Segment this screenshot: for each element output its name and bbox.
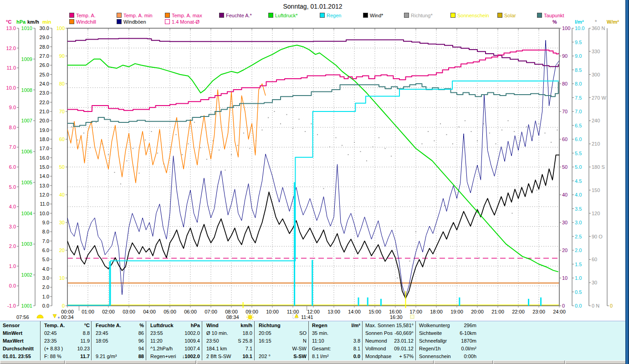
svg-text:1010: 1010 [21, 25, 32, 31]
svg-text:3.0: 3.0 [42, 275, 49, 281]
sunset-marker: 16:30 [390, 314, 414, 320]
svg-text:21:00: 21:00 [491, 309, 504, 314]
svg-text:9.0: 9.0 [42, 220, 49, 225]
svg-text:1.0: 1.0 [9, 263, 16, 269]
svg-text:11.0: 11.0 [40, 201, 49, 207]
svg-text:22.0: 22.0 [40, 100, 49, 105]
svg-text:20: 20 [59, 248, 65, 253]
svg-text:40: 40 [562, 192, 568, 197]
svg-text:12.0: 12.0 [6, 46, 16, 51]
moon-icon [58, 317, 60, 318]
svg-text:4.0: 4.0 [9, 204, 16, 209]
svg-text:0 N: 0 N [592, 303, 599, 308]
svg-text:-1.0: -1.0 [7, 303, 16, 308]
table-cell: 09.01.12 [370, 346, 414, 353]
desktop-background-strip [625, 0, 629, 364]
axis-lm2: 10.09.59.08.58.07.57.06.56.05.55.04.54.0… [572, 25, 584, 308]
svg-text:11:00: 11:00 [287, 309, 299, 314]
marker-time: 08:34 [226, 314, 239, 320]
svg-text:23:00: 23:00 [532, 309, 545, 314]
svg-text:23.0: 23.0 [40, 90, 49, 96]
table-cell: 7.1 [209, 346, 252, 353]
svg-text:11.0: 11.0 [6, 65, 16, 71]
dawn-marker: 07:56 [16, 314, 43, 320]
svg-text:150: 150 [592, 187, 600, 193]
table-cell: 8.1 [317, 346, 360, 353]
moonset-arrow-icon [53, 314, 56, 318]
table-cell: ↓1002.0 [156, 354, 200, 360]
svg-text:08:00: 08:00 [225, 309, 238, 314]
table-cell: 1009.4 [156, 338, 200, 345]
marker-time: 00:34 [61, 314, 74, 320]
svg-text:1.0: 1.0 [575, 275, 582, 281]
table-column-separator [308, 321, 309, 361]
svg-text:6.0: 6.0 [9, 164, 16, 170]
sunrise-marker: 08:34 [226, 313, 254, 320]
svg-text:10.0: 10.0 [575, 25, 584, 31]
svg-text:6.5: 6.5 [575, 123, 582, 128]
svg-text:01:00: 01:00 [82, 309, 94, 314]
svg-text:2.5: 2.5 [575, 234, 582, 239]
svg-text:1002: 1002 [21, 272, 32, 278]
svg-text:80: 80 [59, 81, 65, 86]
svg-text:4.0: 4.0 [575, 192, 582, 197]
svg-text:90 O: 90 O [592, 234, 603, 239]
svg-text:15.0: 15.0 [40, 164, 49, 170]
svg-text:07:00: 07:00 [205, 309, 217, 314]
marker-time: 11:41 [301, 314, 313, 320]
svg-text:20: 20 [562, 248, 568, 253]
table-cell: N [263, 338, 307, 345]
svg-text:0.0: 0.0 [9, 283, 16, 288]
svg-text:5.0: 5.0 [42, 257, 49, 262]
chart-plot-area[interactable] [67, 28, 559, 306]
svg-text:8.0: 8.0 [42, 229, 49, 234]
svg-text:16:00: 16:00 [389, 309, 402, 314]
svg-text:2.0: 2.0 [42, 284, 49, 290]
table-cell: + 57% [370, 354, 414, 360]
status-bar-segment [434, 360, 493, 364]
svg-text:17.0: 17.0 [40, 146, 49, 151]
svg-text:7.5: 7.5 [575, 95, 582, 101]
table-cell: Temp. A. [44, 323, 65, 329]
table-cell: 8.8 [46, 330, 90, 337]
svg-text:25.0: 25.0 [40, 72, 49, 77]
table-cell: 94 [100, 346, 144, 353]
svg-text:90: 90 [562, 53, 568, 59]
svg-text:21.0: 21.0 [40, 109, 49, 114]
svg-text:300: 300 [592, 72, 600, 77]
svg-text:1008: 1008 [21, 87, 32, 93]
svg-text:30: 30 [592, 280, 597, 285]
axis-min: 1009080706050403020100 [56, 25, 67, 308]
svg-text:1007: 1007 [21, 118, 32, 123]
svg-text:30: 30 [59, 220, 65, 225]
axis-tempC: 13.012.011.010.09.08.07.06.05.04.03.02.0… [6, 25, 19, 308]
table-cell: 11.7 [46, 354, 90, 360]
svg-text:1001: 1001 [21, 303, 32, 308]
svg-text:4.0: 4.0 [42, 266, 49, 272]
table-cell: 18.0 [209, 330, 252, 337]
table-cell: 0.0l/m² [433, 346, 476, 353]
svg-text:14:00: 14:00 [348, 309, 361, 314]
svg-text:9.0: 9.0 [575, 53, 582, 59]
weather-chart: 13.012.011.010.09.08.07.06.05.04.03.02.0… [0, 0, 625, 320]
table-cell: 296m [433, 323, 476, 329]
table-cell: S-SW [263, 354, 307, 360]
svg-text:9.0: 9.0 [9, 105, 16, 110]
svg-text:03:00: 03:00 [123, 309, 135, 314]
table-cell: 0.0 [317, 354, 360, 360]
table-cell: S 25.8 [209, 338, 252, 345]
svg-text:270 W: 270 W [592, 95, 606, 101]
svg-text:240: 240 [592, 118, 600, 123]
sunset-square-icon [410, 315, 414, 318]
svg-text:3.5: 3.5 [575, 206, 582, 212]
svg-text:100: 100 [562, 25, 570, 31]
svg-text:60: 60 [592, 257, 597, 262]
svg-text:29.0: 29.0 [40, 35, 49, 40]
table-column-separator [202, 321, 202, 361]
svg-text:50: 50 [59, 164, 65, 170]
svg-text:20:00: 20:00 [471, 309, 484, 314]
table-column-separator [362, 321, 363, 361]
table-cell: hPa [173, 323, 200, 329]
svg-text:06:00: 06:00 [184, 309, 197, 314]
table-cell: -60,669° [370, 330, 414, 337]
